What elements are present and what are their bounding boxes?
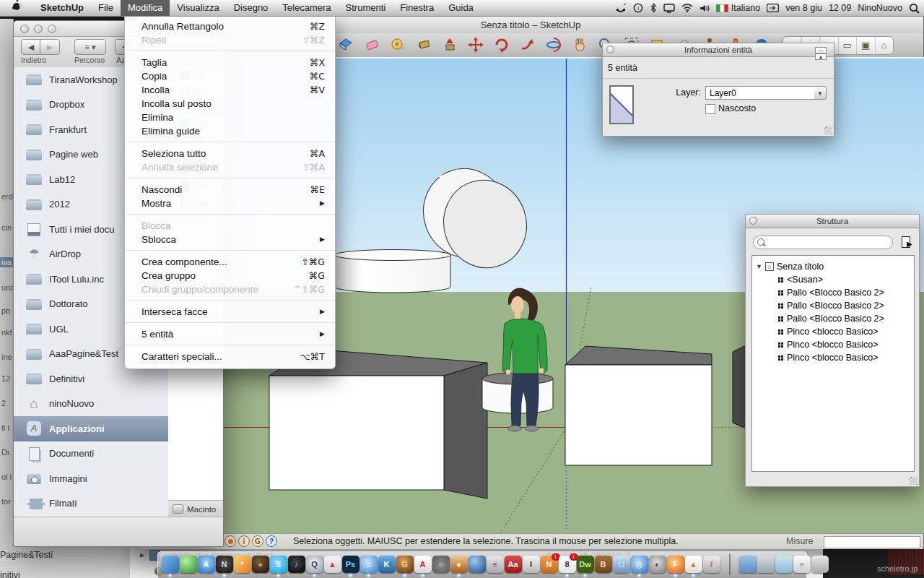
dock-icon[interactable]: I: [522, 552, 540, 577]
dock-icon[interactable]: ◐: [648, 552, 666, 577]
dock-icon[interactable]: ▲: [684, 552, 702, 577]
outliner-root-item[interactable]: ▼ ⌂ Senza titolo: [752, 259, 914, 273]
measure-input[interactable]: [824, 536, 920, 548]
select-tool-icon[interactable]: [337, 36, 354, 53]
dock-icon[interactable]: □: [612, 552, 630, 577]
menu-item[interactable]: [125, 174, 335, 183]
dock-icon[interactable]: [179, 552, 197, 577]
menu-item[interactable]: [125, 138, 335, 147]
menu-item[interactable]: 5 entità ▶: [125, 327, 335, 341]
menu-guida[interactable]: Guida: [441, 0, 481, 16]
dock-icon[interactable]: ●: [251, 552, 269, 577]
menu-strumenti[interactable]: Strumenti: [339, 0, 393, 16]
menu-item[interactable]: Incolla sul posto: [125, 97, 335, 111]
menu-item[interactable]: Crea gruppo ⌘G: [125, 269, 335, 282]
menu-bar-date[interactable]: ven 8 giu: [785, 3, 822, 13]
desktop-file-label[interactable]: scheletro.jp: [877, 564, 918, 573]
dock-icon[interactable]: ●: [450, 552, 468, 577]
box-right[interactable]: [565, 346, 712, 465]
box-far-right[interactable]: [733, 345, 746, 428]
dropdown-arrow-icon[interactable]: ▼: [814, 86, 827, 100]
dock-icon[interactable]: F: [666, 552, 684, 577]
dock-icon[interactable]: 8 1: [558, 552, 576, 577]
menu-item[interactable]: Elimina: [125, 111, 335, 124]
dock-icon[interactable]: ◎: [630, 552, 648, 577]
back-button[interactable]: ◀: [21, 39, 41, 55]
collapse-control[interactable]: — ▲: [815, 47, 827, 61]
sidebar-item[interactable]: Documenti: [14, 441, 168, 467]
disk-label[interactable]: Macinto: [187, 505, 216, 514]
info-icon[interactable]: i: [238, 535, 250, 547]
outliner-item[interactable]: Pinco <blocco Basico>: [752, 325, 914, 338]
dock-icon[interactable]: [775, 552, 793, 577]
dock-icon[interactable]: [468, 552, 486, 577]
close-icon[interactable]: [749, 217, 757, 225]
menu-item[interactable]: Copia ⌘C: [125, 69, 335, 83]
outliner-item[interactable]: Pallo <Blocco Basico 2>: [752, 312, 914, 325]
dock-icon[interactable]: A: [414, 552, 432, 577]
outliner-search-input[interactable]: [753, 236, 893, 249]
dock-icon[interactable]: [738, 552, 757, 577]
dock-icon[interactable]: N: [215, 552, 233, 577]
menu-item[interactable]: Sblocca ▶: [125, 233, 335, 246]
menu-item[interactable]: Chiudi gruppo/componente ^⇧⌘G: [125, 282, 335, 296]
dock-icon[interactable]: [161, 552, 179, 577]
collapse-icon[interactable]: —: [815, 47, 827, 53]
dock-icon[interactable]: ≡: [793, 552, 811, 577]
follow-me-tool-icon[interactable]: [519, 36, 536, 53]
menu-item[interactable]: [125, 246, 335, 255]
dock-icon[interactable]: /: [702, 552, 720, 577]
menu-item[interactable]: Mostra ▶: [125, 197, 335, 210]
display-icon[interactable]: [663, 4, 675, 13]
sidebar-item[interactable]: Immagini: [14, 466, 168, 491]
rotate-tool-icon[interactable]: [493, 36, 510, 53]
spotlight-icon[interactable]: [909, 3, 920, 14]
path-button[interactable]: ≡ ▾: [74, 39, 106, 55]
eraser-tool-icon[interactable]: [363, 36, 380, 53]
view-top-icon[interactable]: ▭: [839, 37, 858, 54]
menu-item[interactable]: Blocca: [125, 219, 335, 233]
menu-telecamera[interactable]: Telecamera: [275, 0, 338, 16]
sidebar-item[interactable]: Applicazioni: [14, 416, 168, 441]
outliner-item[interactable]: Pinco <blocco Basico>: [752, 338, 914, 351]
dock-icon[interactable]: [757, 552, 775, 577]
phone-icon[interactable]: [616, 3, 627, 13]
disclosure-triangle-icon[interactable]: ▶: [140, 552, 146, 558]
dock-icon[interactable]: [720, 552, 738, 577]
menu-item[interactable]: Elimina guide: [125, 124, 335, 138]
input-language[interactable]: Italiano: [716, 3, 760, 13]
menu-disegno[interactable]: Disegno: [227, 0, 276, 16]
outliner-item[interactable]: <Susan>: [752, 273, 914, 286]
menu-item[interactable]: [125, 319, 335, 327]
zoom-icon[interactable]: [48, 25, 56, 33]
menu-item[interactable]: Taglia ⌘X: [125, 56, 335, 69]
outliner-item[interactable]: Pallo <Blocco Basico 2>: [752, 299, 914, 312]
menu-item[interactable]: Interseca facce ▶: [125, 305, 335, 319]
dock-icon[interactable]: ♪: [287, 552, 305, 577]
menu-file[interactable]: File: [91, 0, 121, 16]
menu-item[interactable]: Nascondi ⌘E: [125, 183, 335, 197]
dock-icon[interactable]: ▲: [323, 552, 341, 577]
menu-modifica[interactable]: Modifica: [121, 0, 170, 16]
view-home-icon[interactable]: ⌂: [876, 37, 894, 54]
view-side-icon[interactable]: ▣: [857, 37, 876, 54]
wifi-icon[interactable]: [681, 4, 693, 12]
user-switch-icon[interactable]: [767, 4, 779, 12]
menu-finestra[interactable]: Finestra: [393, 0, 441, 16]
dock-icon[interactable]: ○: [432, 552, 450, 577]
window-controls[interactable]: [20, 25, 56, 33]
credits-icon[interactable]: G: [252, 535, 263, 547]
expand-icon[interactable]: ▲: [815, 53, 827, 60]
forward-button[interactable]: ▶: [40, 39, 60, 55]
menu-item[interactable]: Crea componente... ⇧⌘G: [125, 255, 335, 269]
minimize-icon[interactable]: [34, 25, 43, 33]
push-pull-tool-icon[interactable]: [441, 36, 458, 53]
paint-bucket-tool-icon[interactable]: [415, 36, 432, 53]
dock-icon[interactable]: ≡: [486, 552, 504, 577]
geolocation-icon[interactable]: [225, 535, 236, 547]
box-left[interactable]: [269, 349, 487, 499]
menu-bar-time[interactable]: 12 09: [829, 3, 851, 13]
menu-item[interactable]: Annulla selezione ⇧⌘A: [125, 160, 335, 174]
dock-icon[interactable]: K: [378, 552, 396, 577]
dock-icon[interactable]: N 1: [540, 552, 558, 577]
